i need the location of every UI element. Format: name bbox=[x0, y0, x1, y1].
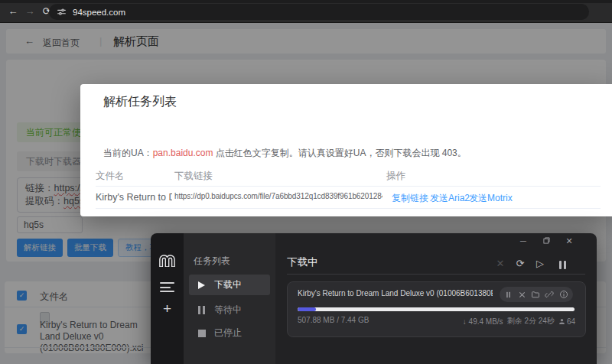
copy-link-icon[interactable] bbox=[545, 290, 554, 299]
browser-toolbar: ← → ⟳ 94speed.com bbox=[0, 0, 612, 23]
send-motrix-action[interactable]: 发送Motrix bbox=[469, 192, 513, 205]
task-list-title: 任务列表 bbox=[194, 255, 230, 268]
task-actions-pill bbox=[500, 287, 573, 302]
browser-back-icon[interactable]: ← bbox=[6, 5, 20, 17]
browser-forward-icon[interactable]: → bbox=[23, 5, 37, 17]
task-name: Kirby's Return to Dream Land Deluxe v0 (… bbox=[298, 289, 493, 297]
url-text: 94speed.com bbox=[73, 8, 125, 17]
stop-icon bbox=[198, 330, 207, 337]
table-row-border bbox=[96, 208, 601, 209]
col-filename: 文件名 bbox=[96, 170, 125, 183]
send-aria2-action[interactable]: 发送Aria2 bbox=[430, 192, 470, 205]
download-speed: ↓ 49.4 MB/s bbox=[463, 317, 503, 326]
motrix-icon-sidebar: + bbox=[151, 233, 184, 364]
motrix-task-nav: 任务列表 下载中 等待中 已停止 bbox=[184, 233, 275, 364]
delete-task-icon[interactable] bbox=[518, 291, 526, 299]
task-download-link: https://dp0.baidupcs.com/file/7a6bbd312q… bbox=[174, 192, 382, 200]
pause-icon bbox=[198, 306, 207, 314]
minimize-icon[interactable]: ─ bbox=[517, 236, 529, 245]
peer-icon bbox=[558, 318, 565, 325]
task-size: 507.88 MB / 7.44 GB bbox=[298, 316, 369, 324]
address-bar[interactable]: 94speed.com bbox=[49, 4, 589, 20]
play-icon bbox=[198, 281, 207, 289]
resume-all-icon[interactable]: ▷ bbox=[534, 258, 546, 269]
table-header-border bbox=[96, 186, 601, 187]
download-task-card[interactable]: Kirby's Return to Dream Land Deluxe v0 (… bbox=[287, 281, 586, 337]
modal-title: 解析任务列表 bbox=[103, 94, 177, 110]
motrix-main-panel: ─ ✕ 下载中 ✕ ⟳ ▷ Kirby's Return to Dream La… bbox=[275, 233, 597, 364]
add-task-icon[interactable]: + bbox=[159, 301, 175, 317]
screen: ← 返回首页 | 解析页面 当前可正常使用, 因为接 下载时下载器必须把UA 链… bbox=[0, 0, 612, 364]
task-stats: ↓ 49.4 MB/s 剩余 2分 24秒 64 bbox=[463, 316, 575, 327]
restore-icon[interactable] bbox=[540, 236, 552, 245]
progress-bar bbox=[298, 307, 575, 311]
task-info-icon[interactable] bbox=[559, 290, 568, 299]
col-download-link: 下载链接 bbox=[174, 170, 213, 183]
nav-item-stopped[interactable]: 已停止 bbox=[189, 323, 270, 343]
pause-task-icon[interactable] bbox=[504, 291, 513, 299]
main-divider bbox=[287, 274, 585, 275]
clear-tasks-icon[interactable]: ✕ bbox=[494, 258, 506, 269]
pause-all-icon[interactable] bbox=[559, 261, 566, 269]
close-window-icon[interactable]: ✕ bbox=[563, 236, 575, 246]
motrix-logo-icon bbox=[159, 255, 175, 267]
browser-top-strip bbox=[0, 0, 612, 3]
nav-item-downloading[interactable]: 下载中 bbox=[189, 275, 270, 295]
time-remaining: 剩余 2分 24秒 bbox=[507, 316, 555, 327]
col-actions: 操作 bbox=[386, 170, 405, 183]
parse-task-modal: 解析任务列表 当前的UA：pan.baidu.com 点击红色文字复制。请认真设… bbox=[80, 84, 612, 216]
ua-line: 当前的UA：pan.baidu.com 点击红色文字复制。请认真设置好UA，否则… bbox=[103, 147, 467, 160]
refresh-icon[interactable]: ⟳ bbox=[514, 258, 526, 269]
ua-copy-text[interactable]: pan.baidu.com bbox=[153, 148, 213, 158]
task-filename: Kirby's Return to Dre... bbox=[96, 192, 172, 203]
open-folder-icon[interactable] bbox=[531, 290, 540, 299]
motrix-window: + 任务列表 下载中 等待中 已停止 ─ ✕ 下载中 ✕ bbox=[151, 233, 597, 364]
nav-item-waiting[interactable]: 等待中 bbox=[189, 300, 270, 320]
site-settings-icon[interactable] bbox=[57, 7, 67, 17]
task-list-icon[interactable] bbox=[160, 282, 174, 295]
downloading-title: 下载中 bbox=[287, 255, 318, 269]
copy-link-action[interactable]: 复制链接 bbox=[392, 192, 428, 205]
peers: 64 bbox=[558, 317, 575, 326]
